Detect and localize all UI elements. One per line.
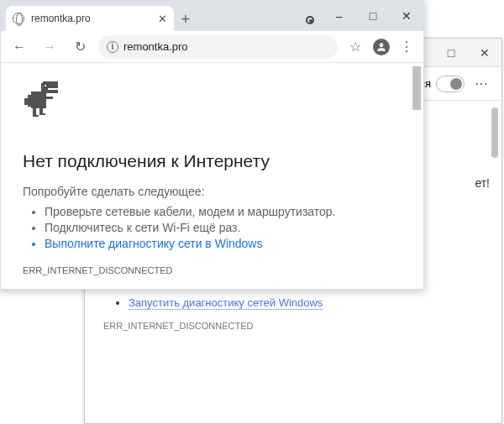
svg-rect-6 (24, 98, 28, 105)
list-item: Подключитесь к сети Wi-Fi ещё раз. (45, 221, 402, 234)
forward-button: → (38, 35, 61, 59)
new-tab-button[interactable]: + (174, 8, 197, 31)
list-item: Проверьте сетевые кабели, модем и маршру… (45, 205, 402, 218)
svg-rect-2 (45, 85, 46, 86)
edge-close-button[interactable]: ✕ (468, 39, 501, 66)
error-subheading: Попробуйте сделать следующее: (23, 185, 402, 198)
svg-rect-3 (48, 88, 58, 90)
suggestion-list: Проверьте сетевые кабели, модем и маршру… (23, 205, 402, 250)
error-page: Нет подключения к Интернету Попробуйте с… (1, 63, 423, 289)
scrollbar-thumb[interactable] (491, 107, 498, 158)
globe-icon (13, 13, 24, 24)
edge-maximize-button[interactable]: □ (434, 39, 468, 66)
address-bar[interactable]: i remontka.pro (98, 35, 338, 59)
chrome-close-button[interactable]: ✕ (390, 4, 423, 28)
error-code: ERR_INTERNET_DISCONNECTED (23, 265, 402, 275)
edge-menu-button[interactable]: ⋯ (470, 72, 495, 95)
error-heading: Нет подключения к Интернету (23, 151, 402, 171)
url-text: remontka.pro (123, 40, 329, 53)
dino-icon[interactable] (23, 81, 60, 122)
edge-text-fragment: ет! (475, 176, 490, 190)
tab-close-button[interactable]: ✕ (158, 13, 167, 25)
chrome-maximize-button[interactable]: □ (356, 4, 390, 28)
bookmark-button[interactable]: ☆ (344, 35, 366, 58)
toggle-knob (450, 78, 462, 90)
site-info-icon[interactable]: i (107, 41, 118, 53)
diagnostics-link[interactable]: Выполните диагностику сети в Windows (45, 237, 402, 250)
edge-error-code: ERR_INTERNET_DISCONNECTED (103, 321, 483, 331)
edge-toggle[interactable] (436, 76, 465, 92)
svg-rect-7 (46, 97, 53, 99)
list-item: Запустить диагностику сетей Windows (129, 296, 483, 309)
svg-rect-5 (28, 95, 31, 107)
back-button[interactable]: ← (8, 35, 31, 59)
svg-rect-4 (31, 92, 46, 108)
chrome-scrollbar[interactable] (411, 65, 423, 287)
svg-rect-10 (39, 108, 43, 115)
edge-diagnostics-link[interactable]: Запустить диагностику сетей Windows (129, 296, 323, 310)
svg-rect-11 (43, 113, 45, 115)
chrome-minimize-button[interactable]: – (323, 4, 356, 28)
svg-rect-8 (33, 108, 36, 117)
scrollbar-thumb[interactable] (412, 66, 421, 110)
chrome-tabstrip: remontka.pro ✕ + – □ ✕ (1, 1, 423, 31)
tab-title: remontka.pro (31, 13, 151, 24)
person-icon (375, 41, 387, 53)
profile-button[interactable] (373, 39, 390, 55)
reload-button[interactable]: ↻ (68, 35, 92, 59)
chrome-menu-button[interactable]: ⋮ (396, 39, 417, 55)
edge-scrollbar[interactable] (490, 101, 500, 346)
svg-rect-9 (36, 115, 39, 117)
media-indicator-icon[interactable] (306, 16, 314, 24)
window-controls: – □ ✕ (323, 4, 423, 28)
browser-tab[interactable]: remontka.pro ✕ (6, 6, 174, 31)
chrome-window: remontka.pro ✕ + – □ ✕ ← → ↻ i remontka.… (0, 0, 424, 290)
svg-rect-0 (43, 81, 58, 93)
chrome-toolbar: ← → ↻ i remontka.pro ☆ ⋮ (1, 31, 423, 63)
